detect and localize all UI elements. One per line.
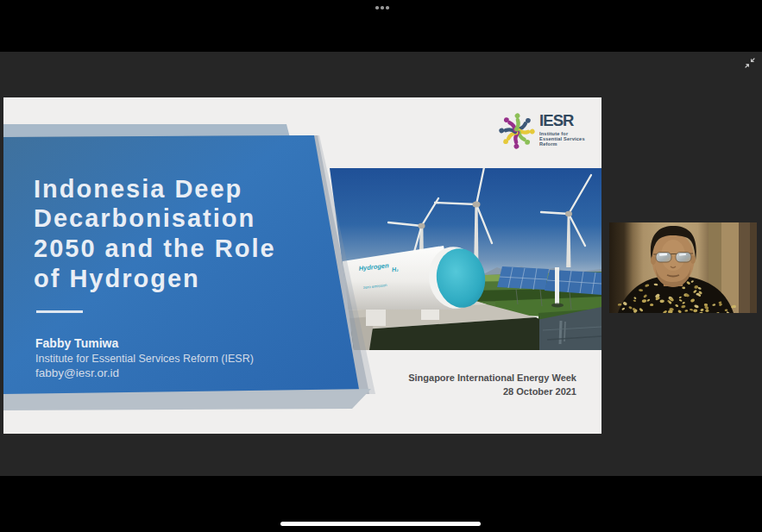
svg-text:H₂: H₂ — [392, 266, 400, 272]
